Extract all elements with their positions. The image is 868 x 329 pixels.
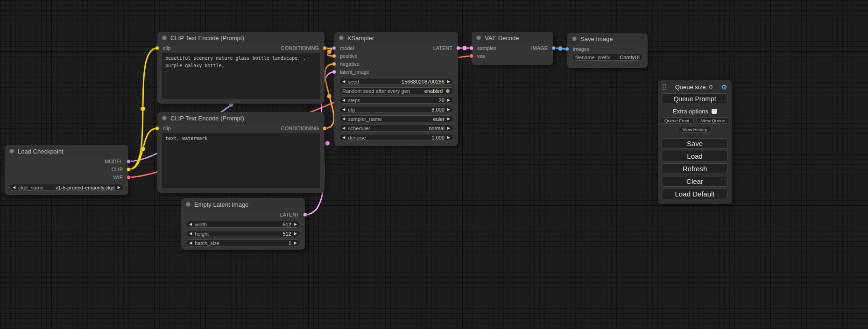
image-output-dot[interactable] (551, 46, 556, 50)
ckpt-name-widget[interactable]: ◀ ckpt_name v1-5-pruned-emaonly.ckpt ▶ (9, 184, 124, 191)
collapse-dot-icon[interactable] (162, 116, 167, 120)
clear-button[interactable]: Clear (662, 176, 728, 187)
node-graph-canvas[interactable]: Load Checkpoint MODEL CLIP VAE ◀ ckpt_na… (0, 0, 868, 329)
negative-input-dot[interactable] (332, 62, 336, 66)
settings-gear-icon[interactable]: ⚙ (721, 84, 727, 91)
increment-arrow-icon[interactable]: ▶ (294, 241, 297, 245)
node-header[interactable]: KSampler (334, 32, 458, 44)
widget-value: 512 (210, 222, 291, 227)
decrement-arrow-icon[interactable]: ◀ (342, 80, 345, 84)
batch-size-widget[interactable]: ◀ batch_size 1 ▶ (186, 239, 300, 246)
widget-value: 156680208700286 (362, 79, 445, 84)
node-empty-latent-image[interactable]: Empty Latent Image LATENT ◀ width 512 ▶ … (181, 198, 305, 250)
node-header[interactable]: VAE Decode (472, 32, 553, 44)
increment-arrow-icon[interactable]: ▶ (294, 223, 297, 226)
conditioning-output-dot[interactable] (323, 126, 327, 130)
toggle-knob[interactable] (445, 89, 450, 93)
extra-options-checkbox[interactable] (712, 109, 717, 114)
vae-output-dot[interactable] (127, 175, 131, 179)
decrement-arrow-icon[interactable]: ◀ (342, 136, 345, 140)
prev-value-arrow-icon[interactable]: ◀ (342, 117, 345, 121)
load-button[interactable]: Load (662, 151, 728, 161)
next-value-arrow-icon[interactable]: ▶ (447, 126, 450, 130)
collapse-dot-icon[interactable] (186, 202, 191, 207)
sampler-name-widget[interactable]: ◀ sampler_name euler ▶ (339, 115, 453, 122)
decrement-arrow-icon[interactable]: ◀ (342, 108, 345, 112)
decrement-arrow-icon[interactable]: ◀ (189, 241, 192, 245)
node-header[interactable]: CLIP Text Encode (Prompt) (157, 112, 325, 124)
node-save-image[interactable]: Save Image images filename_prefix ComfyU… (567, 33, 648, 68)
model-input-dot[interactable] (332, 46, 336, 50)
vae-input-dot[interactable] (469, 54, 473, 58)
collapse-dot-icon[interactable] (572, 36, 577, 41)
increment-arrow-icon[interactable]: ▶ (447, 98, 450, 102)
queue-prompt-button[interactable]: Queue Prompt (662, 93, 728, 104)
widget-value: euler (385, 116, 445, 122)
widget-label: denoise (348, 135, 366, 140)
view-queue-button[interactable]: View Queue (696, 117, 730, 124)
load-default-button[interactable]: Load Default (662, 189, 728, 199)
model-output-dot[interactable] (127, 159, 131, 163)
cfg-widget[interactable]: ◀ cfg 8.000 ▶ (339, 106, 453, 113)
increment-arrow-icon[interactable]: ▶ (447, 80, 450, 84)
view-history-button[interactable]: View History (678, 126, 712, 133)
seed-widget[interactable]: ◀ seed 156680208700286 ▶ (339, 78, 453, 85)
width-widget[interactable]: ◀ width 512 ▶ (186, 221, 300, 228)
node-clip-text-encode-positive[interactable]: CLIP Text Encode (Prompt) clip CONDITION… (157, 32, 325, 104)
filename-prefix-widget[interactable]: filename_prefix ComfyUI (572, 54, 643, 61)
increment-arrow-icon[interactable]: ▶ (447, 136, 450, 140)
clip-input-dot[interactable] (155, 46, 159, 50)
collapse-dot-icon[interactable] (9, 149, 14, 154)
decrement-arrow-icon[interactable]: ◀ (342, 98, 345, 102)
random-seed-toggle-widget[interactable]: Random seed after every gen enabled (339, 87, 453, 94)
refresh-button[interactable]: Refresh (662, 163, 728, 174)
node-header[interactable]: Empty Latent Image (181, 198, 305, 210)
decrement-arrow-icon[interactable]: ◀ (189, 232, 192, 236)
clip-output-dot[interactable] (127, 167, 131, 171)
steps-widget[interactable]: ◀ steps 20 ▶ (339, 97, 453, 104)
clip-input-dot[interactable] (155, 126, 159, 130)
drag-handle-icon[interactable] (662, 84, 666, 91)
input-slot-negative: negative (334, 60, 458, 68)
positive-prompt-textarea[interactable]: beautiful scenery nature glass bottle la… (162, 53, 320, 99)
link-midpoint-dot (327, 49, 332, 54)
decrement-arrow-icon[interactable]: ◀ (189, 223, 192, 226)
collapse-dot-icon[interactable] (339, 35, 344, 40)
scheduler-widget[interactable]: ◀ scheduler normal ▶ (339, 125, 453, 132)
node-clip-text-encode-negative[interactable]: CLIP Text Encode (Prompt) clip CONDITION… (157, 112, 325, 193)
widget-label: height (195, 231, 209, 237)
output-label: LATENT (280, 212, 299, 217)
link-midpoint-dot (141, 106, 145, 111)
node-title-label: KSampler (347, 35, 374, 42)
images-input-dot[interactable] (565, 47, 569, 51)
increment-arrow-icon[interactable]: ▶ (447, 108, 450, 112)
node-header[interactable]: Save Image (567, 33, 648, 45)
extra-options-label: Extra options (673, 108, 708, 115)
increment-arrow-icon[interactable]: ▶ (294, 232, 297, 236)
negative-prompt-textarea[interactable]: text, watermark (162, 133, 320, 188)
save-button[interactable]: Save (662, 138, 728, 149)
latent-image-input-dot[interactable] (332, 70, 336, 74)
node-load-checkpoint[interactable]: Load Checkpoint MODEL CLIP VAE ◀ ckpt_na… (5, 145, 128, 195)
samples-input-dot[interactable] (469, 46, 473, 50)
positive-input-dot[interactable] (332, 54, 336, 58)
next-value-arrow-icon[interactable]: ▶ (118, 186, 120, 189)
prev-value-arrow-icon[interactable]: ◀ (342, 126, 345, 130)
height-widget[interactable]: ◀ height 512 ▶ (186, 230, 300, 237)
node-header[interactable]: CLIP Text Encode (Prompt) (157, 32, 325, 44)
conditioning-output-dot[interactable] (323, 46, 327, 50)
latent-output-dot[interactable] (456, 46, 460, 50)
node-header[interactable]: Load Checkpoint (5, 145, 128, 157)
collapse-dot-icon[interactable] (476, 35, 481, 40)
input-slot-images: images (567, 45, 648, 53)
queue-buttons-row: Queue Front View Queue (658, 117, 732, 124)
node-vae-decode[interactable]: VAE Decode samples IMAGE vae (472, 32, 553, 65)
collapse-dot-icon[interactable] (162, 35, 167, 40)
next-value-arrow-icon[interactable]: ▶ (447, 117, 450, 121)
prev-value-arrow-icon[interactable]: ◀ (13, 186, 15, 189)
node-ksampler[interactable]: KSampler model LATENT positive negative … (334, 32, 458, 146)
denoise-widget[interactable]: ◀ denoise 1.000 ▶ (339, 134, 453, 141)
input-label: latent_image (340, 69, 369, 75)
latent-output-dot[interactable] (303, 212, 307, 217)
queue-front-button[interactable]: Queue Front (660, 117, 694, 124)
